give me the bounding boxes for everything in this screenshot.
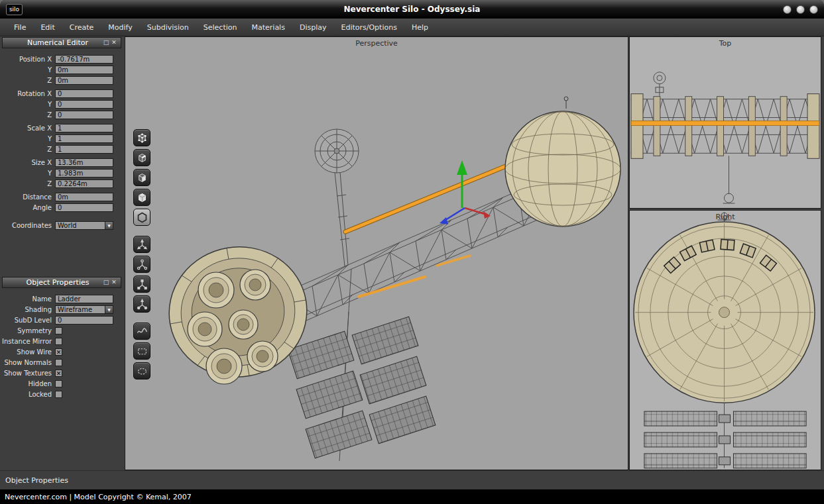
move-tool-button[interactable] [133, 236, 150, 253]
paint-select-tool-button[interactable] [133, 362, 150, 379]
numerical-editor-header[interactable]: x Numerical Editor □ ✕ [2, 37, 121, 48]
position-y-input[interactable] [55, 66, 113, 74]
subd-level-label: SubD Level [2, 317, 55, 324]
command-sphere [505, 97, 620, 227]
status-bar: Object Properties [0, 470, 824, 489]
axis-tripod-squares-icon [137, 279, 148, 290]
chevron-down-icon[interactable]: ▼ [105, 221, 113, 230]
shading-dropdown[interactable]: Wireframe ▼ [55, 305, 113, 314]
panel-close-icon[interactable]: ✕ [110, 38, 118, 48]
perspective-viewport-label: Perspective [125, 39, 628, 48]
hidden-checkbox[interactable] [55, 380, 62, 387]
universal-manipulator-button[interactable] [133, 295, 150, 313]
menu-subdivision[interactable]: Subdivision [140, 20, 196, 35]
panel-close-icon[interactable]: ✕ [110, 277, 118, 287]
rotation-x-label: Rotation X [2, 90, 55, 97]
title-bar[interactable]: silo Nevercenter Silo - Odyssey.sia [0, 0, 824, 19]
axis-tripod-circles-icon [137, 259, 148, 270]
object-name-input[interactable] [55, 295, 113, 303]
instance-mirror-label: Instance Mirror [2, 338, 55, 345]
select-vertices-button[interactable] [133, 129, 150, 146]
object-name-label: Name [2, 295, 55, 303]
menu-edit[interactable]: Edit [33, 20, 62, 35]
window-minimize-button[interactable] [783, 5, 792, 14]
chevron-down-icon[interactable]: ▼ [105, 305, 113, 314]
top-viewport-label: Top [630, 39, 821, 48]
angle-input[interactable] [55, 203, 113, 212]
dish-antenna [315, 129, 359, 266]
size-y-label: Y [2, 170, 55, 177]
coordinates-label: Coordinates [2, 222, 55, 229]
footer-text: Nevercenter.com | Model Copyright © Kema… [5, 493, 192, 501]
menu-materials[interactable]: Materials [244, 20, 292, 35]
panel-minimize-icon[interactable]: □ [102, 277, 110, 287]
position-z-input[interactable] [55, 76, 113, 85]
left-sidebar: x Numerical Editor □ ✕ Position X Y Z Ro… [0, 36, 124, 470]
cube-edge-icon [137, 152, 148, 164]
dashed-ellipse-icon [137, 366, 148, 377]
menu-display[interactable]: Display [292, 20, 334, 35]
footer-bar: Nevercenter.com | Model Copyright © Kema… [0, 489, 824, 504]
soft-select-tool-button[interactable] [133, 323, 150, 340]
scale-x-input[interactable] [55, 124, 113, 132]
size-x-input[interactable] [55, 158, 113, 167]
shading-label: Shading [2, 306, 55, 313]
menu-selection[interactable]: Selection [196, 20, 245, 35]
window-title: Nevercenter Silo - Odyssey.sia [0, 5, 824, 14]
window-close-button[interactable] [809, 5, 818, 14]
perspective-3d-model [125, 37, 628, 470]
select-edges-button[interactable] [133, 149, 150, 166]
size-z-input[interactable] [55, 179, 113, 188]
select-objects-button[interactable] [133, 189, 150, 206]
top-viewport[interactable]: Top [629, 36, 821, 209]
locked-checkbox[interactable] [55, 391, 62, 398]
distance-input[interactable] [55, 193, 113, 201]
menu-modify[interactable]: Modify [101, 20, 139, 35]
show-normals-label: Show Normals [2, 359, 55, 366]
top-view-model [630, 37, 821, 208]
panel-minimize-icon[interactable]: □ [102, 38, 110, 48]
select-faces-button[interactable] [133, 169, 150, 186]
position-y-label: Y [2, 66, 55, 74]
cube-vertices-icon [137, 132, 148, 144]
rotation-z-input[interactable] [55, 111, 113, 119]
instance-mirror-checkbox[interactable] [55, 338, 62, 345]
show-wire-checkbox[interactable]: ✕ [55, 348, 62, 356]
window-controls [783, 5, 818, 14]
show-normals-checkbox[interactable] [55, 359, 62, 366]
perspective-viewport[interactable]: Perspective [125, 36, 628, 470]
menu-help[interactable]: Help [404, 20, 436, 35]
scale-z-label: Z [2, 146, 55, 153]
menu-create[interactable]: Create [62, 20, 101, 35]
silo-application-window: silo Nevercenter Silo - Odyssey.sia File… [0, 0, 824, 504]
size-y-input[interactable] [55, 169, 113, 177]
marquee-select-tool-button[interactable] [133, 342, 150, 360]
size-z-label: Z [2, 180, 55, 187]
menu-editors-options[interactable]: Editors/Options [333, 20, 404, 35]
show-textures-checkbox[interactable]: ✕ [55, 370, 62, 377]
symmetry-checkbox[interactable] [55, 327, 62, 334]
show-wire-label: Show Wire [2, 348, 55, 356]
object-properties-header[interactable]: x Object Properties □ ✕ [2, 277, 121, 288]
status-text: Object Properties [5, 476, 68, 485]
multi-select-mode-button[interactable] [133, 209, 150, 226]
scale-tool-button[interactable] [133, 276, 150, 293]
rotation-x-input[interactable] [55, 89, 113, 98]
right-viewport-label: Right [630, 213, 821, 221]
viewport-toolbar [133, 129, 152, 382]
subd-level-input[interactable] [55, 316, 113, 325]
right-view-model [630, 211, 821, 470]
position-x-input[interactable] [55, 55, 113, 64]
rotation-y-input[interactable] [55, 100, 113, 109]
right-viewport[interactable]: Right [629, 210, 821, 470]
app-logo: silo [6, 4, 23, 15]
scale-y-input[interactable] [55, 134, 113, 143]
symmetry-label: Symmetry [2, 327, 55, 334]
shading-value: Wireframe [55, 305, 105, 314]
rotate-tool-button[interactable] [133, 256, 150, 273]
size-x-label: Size X [2, 159, 55, 166]
scale-z-input[interactable] [55, 145, 113, 154]
coordinates-dropdown[interactable]: World ▼ [55, 221, 113, 230]
menu-file[interactable]: File [7, 20, 33, 35]
window-maximize-button[interactable] [796, 5, 805, 14]
